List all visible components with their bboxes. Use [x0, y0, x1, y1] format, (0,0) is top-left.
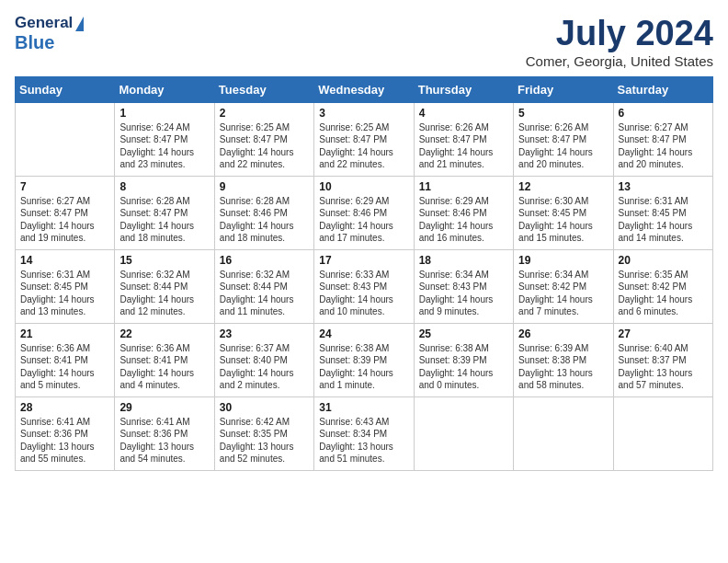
day-number: 31	[319, 401, 408, 414]
day-detail: Sunrise: 6:28 AM Sunset: 8:46 PM Dayligh…	[220, 195, 309, 245]
table-row: 13Sunrise: 6:31 AM Sunset: 8:45 PM Dayli…	[613, 176, 712, 249]
table-row: 26Sunrise: 6:39 AM Sunset: 8:38 PM Dayli…	[514, 323, 613, 396]
col-monday: Monday	[115, 76, 214, 102]
table-row: 28Sunrise: 6:41 AM Sunset: 8:36 PM Dayli…	[16, 396, 115, 470]
day-detail: Sunrise: 6:32 AM Sunset: 8:44 PM Dayligh…	[119, 269, 209, 318]
table-row: 29Sunrise: 6:41 AM Sunset: 8:36 PM Dayli…	[115, 396, 214, 470]
day-detail: Sunrise: 6:35 AM Sunset: 8:42 PM Dayligh…	[619, 269, 708, 318]
day-number: 25	[419, 327, 508, 340]
logo-blue-text: Blue	[15, 32, 84, 52]
day-detail: Sunrise: 6:31 AM Sunset: 8:45 PM Dayligh…	[619, 195, 708, 245]
table-row: 31Sunrise: 6:43 AM Sunset: 8:34 PM Dayli…	[314, 396, 414, 470]
table-row: 15Sunrise: 6:32 AM Sunset: 8:44 PM Dayli…	[115, 249, 214, 323]
day-detail: Sunrise: 6:42 AM Sunset: 8:35 PM Dayligh…	[220, 416, 309, 465]
day-number: 27	[619, 327, 708, 340]
table-row: 27Sunrise: 6:40 AM Sunset: 8:37 PM Dayli…	[613, 323, 712, 396]
day-detail: Sunrise: 6:30 AM Sunset: 8:45 PM Dayligh…	[518, 195, 608, 245]
col-wednesday: Wednesday	[314, 76, 414, 102]
table-row: 18Sunrise: 6:34 AM Sunset: 8:43 PM Dayli…	[414, 249, 513, 323]
day-number: 14	[20, 254, 109, 267]
table-row: 16Sunrise: 6:32 AM Sunset: 8:44 PM Dayli…	[214, 249, 313, 323]
day-detail: Sunrise: 6:41 AM Sunset: 8:36 PM Dayligh…	[20, 416, 109, 465]
main-title: July 2024	[526, 15, 713, 53]
calendar-header-row: Sunday Monday Tuesday Wednesday Thursday…	[16, 76, 713, 102]
day-number: 22	[119, 327, 209, 340]
day-detail: Sunrise: 6:31 AM Sunset: 8:45 PM Dayligh…	[20, 269, 109, 318]
table-row: 17Sunrise: 6:33 AM Sunset: 8:43 PM Dayli…	[314, 249, 414, 323]
table-row: 7Sunrise: 6:27 AM Sunset: 8:47 PM Daylig…	[16, 176, 115, 249]
table-row: 25Sunrise: 6:38 AM Sunset: 8:39 PM Dayli…	[414, 323, 513, 396]
calendar-week-row: 1Sunrise: 6:24 AM Sunset: 8:47 PM Daylig…	[16, 102, 713, 176]
day-number: 16	[220, 254, 309, 267]
calendar-week-row: 14Sunrise: 6:31 AM Sunset: 8:45 PM Dayli…	[16, 249, 713, 323]
day-number: 3	[319, 107, 408, 120]
table-row: 24Sunrise: 6:38 AM Sunset: 8:39 PM Dayli…	[314, 323, 414, 396]
day-number: 17	[319, 254, 408, 267]
day-detail: Sunrise: 6:27 AM Sunset: 8:47 PM Dayligh…	[619, 121, 708, 171]
day-number: 6	[619, 107, 708, 120]
day-detail: Sunrise: 6:29 AM Sunset: 8:46 PM Dayligh…	[419, 195, 508, 245]
day-number: 9	[220, 180, 309, 193]
day-detail: Sunrise: 6:26 AM Sunset: 8:47 PM Dayligh…	[518, 121, 608, 171]
table-row: 12Sunrise: 6:30 AM Sunset: 8:45 PM Dayli…	[514, 176, 613, 249]
table-row: 9Sunrise: 6:28 AM Sunset: 8:46 PM Daylig…	[214, 176, 313, 249]
day-number: 21	[20, 327, 109, 340]
calendar-week-row: 7Sunrise: 6:27 AM Sunset: 8:47 PM Daylig…	[16, 176, 713, 249]
col-saturday: Saturday	[613, 76, 712, 102]
day-number: 1	[119, 107, 209, 120]
logo: General Blue	[15, 15, 84, 52]
calendar-week-row: 21Sunrise: 6:36 AM Sunset: 8:41 PM Dayli…	[16, 323, 713, 396]
day-detail: Sunrise: 6:25 AM Sunset: 8:47 PM Dayligh…	[319, 121, 408, 171]
day-detail: Sunrise: 6:40 AM Sunset: 8:37 PM Dayligh…	[619, 342, 708, 392]
table-row	[514, 396, 613, 470]
table-row: 3Sunrise: 6:25 AM Sunset: 8:47 PM Daylig…	[314, 102, 414, 176]
col-thursday: Thursday	[414, 76, 513, 102]
table-row: 5Sunrise: 6:26 AM Sunset: 8:47 PM Daylig…	[514, 102, 613, 176]
table-row	[16, 102, 115, 176]
table-row: 19Sunrise: 6:34 AM Sunset: 8:42 PM Dayli…	[514, 249, 613, 323]
calendar-week-row: 28Sunrise: 6:41 AM Sunset: 8:36 PM Dayli…	[16, 396, 713, 470]
table-row: 30Sunrise: 6:42 AM Sunset: 8:35 PM Dayli…	[214, 396, 313, 470]
table-row: 23Sunrise: 6:37 AM Sunset: 8:40 PM Dayli…	[214, 323, 313, 396]
col-sunday: Sunday	[16, 76, 115, 102]
col-friday: Friday	[514, 76, 613, 102]
table-row: 11Sunrise: 6:29 AM Sunset: 8:46 PM Dayli…	[414, 176, 513, 249]
day-detail: Sunrise: 6:38 AM Sunset: 8:39 PM Dayligh…	[319, 342, 408, 392]
table-row: 2Sunrise: 6:25 AM Sunset: 8:47 PM Daylig…	[214, 102, 313, 176]
day-detail: Sunrise: 6:38 AM Sunset: 8:39 PM Dayligh…	[419, 342, 508, 392]
table-row	[613, 396, 712, 470]
day-detail: Sunrise: 6:34 AM Sunset: 8:43 PM Dayligh…	[419, 269, 508, 318]
day-number: 11	[419, 180, 508, 193]
day-detail: Sunrise: 6:36 AM Sunset: 8:41 PM Dayligh…	[20, 342, 109, 392]
day-detail: Sunrise: 6:25 AM Sunset: 8:47 PM Dayligh…	[220, 121, 309, 171]
table-row: 4Sunrise: 6:26 AM Sunset: 8:47 PM Daylig…	[414, 102, 513, 176]
day-detail: Sunrise: 6:36 AM Sunset: 8:41 PM Dayligh…	[119, 342, 209, 392]
calendar-table: Sunday Monday Tuesday Wednesday Thursday…	[15, 76, 713, 471]
day-number: 19	[518, 254, 608, 267]
day-number: 26	[518, 327, 608, 340]
table-row: 8Sunrise: 6:28 AM Sunset: 8:47 PM Daylig…	[115, 176, 214, 249]
title-section: July 2024 Comer, Georgia, United States	[526, 15, 713, 69]
day-number: 18	[419, 254, 508, 267]
day-number: 7	[20, 180, 109, 193]
day-number: 12	[518, 180, 608, 193]
day-detail: Sunrise: 6:33 AM Sunset: 8:43 PM Dayligh…	[319, 269, 408, 318]
table-row: 6Sunrise: 6:27 AM Sunset: 8:47 PM Daylig…	[613, 102, 712, 176]
table-row: 22Sunrise: 6:36 AM Sunset: 8:41 PM Dayli…	[115, 323, 214, 396]
day-detail: Sunrise: 6:26 AM Sunset: 8:47 PM Dayligh…	[419, 121, 508, 171]
day-detail: Sunrise: 6:27 AM Sunset: 8:47 PM Dayligh…	[20, 195, 109, 245]
table-row: 1Sunrise: 6:24 AM Sunset: 8:47 PM Daylig…	[115, 102, 214, 176]
day-number: 28	[20, 401, 109, 414]
page-header: General Blue July 2024 Comer, Georgia, U…	[15, 15, 713, 69]
table-row: 10Sunrise: 6:29 AM Sunset: 8:46 PM Dayli…	[314, 176, 414, 249]
table-row	[414, 396, 513, 470]
logo-general-text: General	[15, 15, 84, 32]
table-row: 21Sunrise: 6:36 AM Sunset: 8:41 PM Dayli…	[16, 323, 115, 396]
day-number: 20	[619, 254, 708, 267]
day-detail: Sunrise: 6:43 AM Sunset: 8:34 PM Dayligh…	[319, 416, 408, 465]
table-row: 14Sunrise: 6:31 AM Sunset: 8:45 PM Dayli…	[16, 249, 115, 323]
day-number: 30	[220, 401, 309, 414]
day-number: 5	[518, 107, 608, 120]
day-number: 10	[319, 180, 408, 193]
day-number: 4	[419, 107, 508, 120]
